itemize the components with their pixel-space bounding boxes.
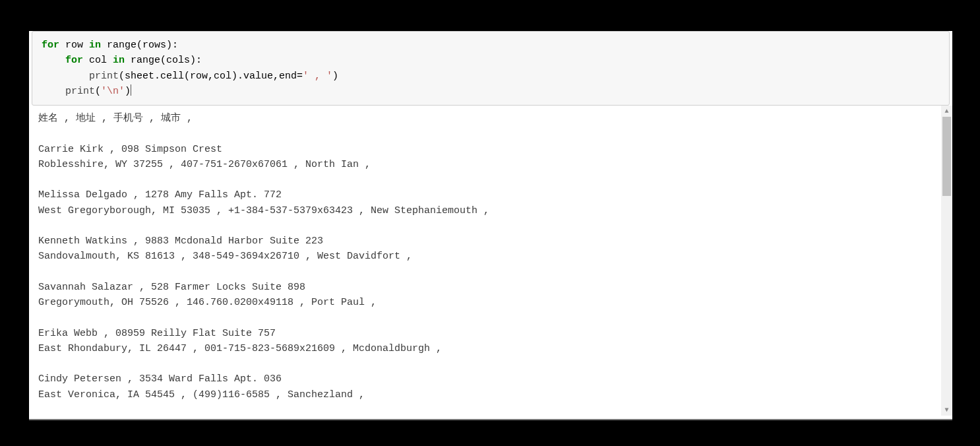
code-text: ) — [332, 71, 338, 82]
notebook-frame: for row in range(rows): for col in range… — [29, 31, 952, 420]
divider — [29, 419, 952, 420]
keyword-for: for — [65, 55, 83, 66]
code-text: col — [83, 55, 113, 66]
output-line: Sandovalmouth, KS 81613 , 348-549-3694x2… — [38, 251, 418, 262]
func-print: print — [65, 86, 95, 97]
code-text: rows — [142, 40, 166, 51]
code-text: ): — [166, 40, 178, 51]
keyword-for: for — [42, 40, 59, 51]
output-line: Kenneth Watkins , 9883 Mcdonald Harbor S… — [38, 236, 323, 247]
code-indent — [42, 71, 89, 82]
scroll-up-icon[interactable]: ▲ — [941, 106, 952, 117]
output-line: Melissa Delgado , 1278 Amy Falls Apt. 77… — [38, 189, 282, 201]
output-line: Cindy Petersen , 3534 Ward Falls Apt. 03… — [38, 373, 282, 385]
code-text: row — [59, 40, 89, 51]
code-text: ( — [95, 86, 101, 97]
output-line: Gregorymouth, OH 75526 , 146.760.0200x49… — [38, 297, 383, 308]
keyword-in: in — [89, 40, 101, 51]
output-line: Savannah Salazar , 528 Farmer Locks Suit… — [38, 282, 305, 293]
output-line: East Veronica, IA 54545 , (499)116-6585 … — [38, 389, 371, 400]
code-text: range( — [125, 55, 166, 66]
output-scrollbar[interactable]: ▲ ▼ — [941, 106, 952, 416]
code-text: ) — [125, 86, 131, 97]
keyword-in: in — [113, 55, 125, 66]
code-text: range( — [101, 40, 142, 51]
code-input-cell[interactable]: for row in range(rows): for col in range… — [32, 31, 950, 106]
scroll-thumb[interactable] — [942, 117, 951, 196]
code-text: cols — [166, 55, 190, 66]
code-text: (sheet.cell(row,col).value,end= — [119, 71, 303, 82]
code-indent — [42, 86, 65, 97]
scroll-down-icon[interactable]: ▼ — [941, 404, 952, 416]
output-line: Carrie Kirk , 098 Simpson Crest — [38, 144, 222, 155]
code-indent — [42, 55, 65, 66]
output-line: Erika Webb , 08959 Reilly Flat Suite 757 — [38, 328, 276, 339]
text-cursor — [131, 84, 131, 96]
output-line: West Gregoryborough, MI 53035 , +1-384-5… — [38, 205, 495, 216]
string-literal: ' , ' — [303, 71, 332, 82]
string-literal: '\n' — [101, 86, 125, 97]
func-print: print — [89, 71, 119, 82]
output-cell: 姓名 , 地址 , 手机号 , 城市 , Carrie Kirk , 098 S… — [29, 106, 952, 416]
output-line: East Rhondabury, IL 26447 , 001-715-823-… — [38, 343, 448, 354]
output-header: 姓名 , 地址 , 手机号 , 城市 , — [38, 113, 199, 124]
code-text: ): — [190, 55, 202, 66]
output-line: Roblesshire, WY 37255 , 407-751-2670x670… — [38, 159, 377, 170]
